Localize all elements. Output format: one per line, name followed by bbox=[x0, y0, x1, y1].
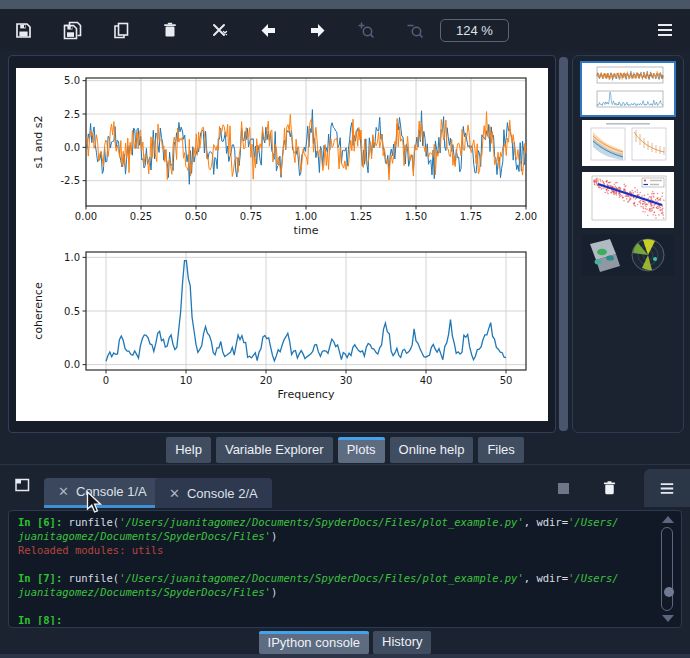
console-menu-panel bbox=[644, 469, 690, 507]
svg-text:20: 20 bbox=[260, 375, 273, 386]
svg-text:s1 and s2: s1 and s2 bbox=[32, 115, 45, 168]
svg-text:0.00: 0.00 bbox=[75, 211, 97, 222]
svg-text:40: 40 bbox=[420, 375, 433, 386]
save-icon bbox=[14, 21, 33, 40]
tab-plots[interactable]: Plots bbox=[338, 437, 385, 463]
svg-text:0.25: 0.25 bbox=[130, 211, 152, 222]
scroll-up-arrow-icon[interactable] bbox=[662, 516, 674, 523]
thumbnail-scatter-model-preview bbox=[582, 172, 674, 228]
tab-files[interactable]: Files bbox=[478, 437, 523, 463]
thumbnail-signals-coherence[interactable] bbox=[582, 63, 674, 115]
zoom-in-button[interactable] bbox=[355, 18, 377, 42]
tab-history[interactable]: History bbox=[373, 631, 431, 654]
console-scrollbar-track[interactable] bbox=[661, 527, 673, 611]
close-all-icon bbox=[210, 21, 229, 40]
signals-coherence-figure: 0.000.250.500.751.001.251.501.752.005.02… bbox=[16, 68, 548, 421]
thumbnail-3d-polar[interactable] bbox=[582, 234, 674, 276]
plots-options-menu-button[interactable] bbox=[654, 18, 676, 42]
console-options-menu-button[interactable] bbox=[656, 476, 678, 500]
svg-text:1.0: 1.0 bbox=[64, 252, 80, 263]
svg-text:0.0: 0.0 bbox=[64, 142, 80, 153]
console-scrollbar[interactable] bbox=[659, 514, 677, 624]
spyder-window: 124 % 0.000.250.500.751.001.251.501.752.… bbox=[0, 0, 690, 658]
console-line: In [7]: runfile('/Users/juanitagomez/Doc… bbox=[18, 571, 655, 585]
svg-text:1.25: 1.25 bbox=[350, 211, 372, 222]
plots-toolbar: 124 % bbox=[0, 9, 690, 51]
tab-ipython-console[interactable]: IPython console bbox=[259, 631, 370, 654]
console-bottom-tab-bar: IPython console History bbox=[0, 631, 690, 654]
svg-text:time: time bbox=[294, 224, 319, 237]
thumbnail-scatter-model[interactable] bbox=[582, 172, 674, 228]
console-tab-2[interactable]: ✕ Console 2/A bbox=[155, 478, 272, 508]
thumbnail-3d-polar-preview bbox=[582, 234, 674, 276]
svg-text:1.50: 1.50 bbox=[405, 211, 427, 222]
svg-text:Frequency: Frequency bbox=[278, 388, 335, 401]
zoom-out-button[interactable] bbox=[404, 18, 426, 42]
svg-text:coherence: coherence bbox=[32, 282, 45, 340]
console-line: Reloaded modules: utils bbox=[18, 543, 655, 557]
svg-text:1.75: 1.75 bbox=[460, 211, 482, 222]
save-all-icon bbox=[62, 20, 83, 41]
svg-text:50: 50 bbox=[500, 375, 513, 386]
console-tab-2-label: Console 2/A bbox=[187, 486, 258, 501]
thumbnail-decay-curves-preview bbox=[582, 120, 674, 166]
copy-plot-button[interactable] bbox=[110, 18, 132, 42]
current-figure[interactable]: 0.000.250.500.751.001.251.501.752.005.02… bbox=[16, 68, 548, 421]
plots-scrollbar-thumb[interactable] bbox=[559, 57, 568, 431]
browse-console-tabs-button[interactable] bbox=[12, 475, 33, 495]
save-all-plots-button[interactable] bbox=[61, 18, 83, 42]
remove-all-variables-button[interactable] bbox=[601, 479, 618, 497]
plots-vertical-scrollbar[interactable] bbox=[559, 57, 568, 431]
zoom-level-display: 124 % bbox=[440, 19, 509, 42]
svg-text:10: 10 bbox=[180, 375, 193, 386]
tab-variable-explorer[interactable]: Variable Explorer bbox=[216, 437, 333, 463]
console-line bbox=[18, 599, 655, 613]
tab-help[interactable]: Help bbox=[166, 437, 211, 463]
save-plot-button[interactable] bbox=[12, 18, 34, 42]
hamburger-menu-icon bbox=[659, 482, 675, 495]
svg-text:-2.5: -2.5 bbox=[60, 175, 80, 186]
zoom-out-icon bbox=[405, 20, 425, 40]
svg-text:5.0: 5.0 bbox=[64, 75, 80, 86]
svg-text:0: 0 bbox=[103, 375, 109, 386]
copy-icon bbox=[112, 21, 131, 40]
svg-text:0.50: 0.50 bbox=[185, 211, 207, 222]
svg-text:1.00: 1.00 bbox=[295, 211, 317, 222]
svg-text:2.5: 2.5 bbox=[64, 109, 80, 120]
pane-splitter[interactable] bbox=[0, 464, 690, 465]
console-output[interactable]: In [6]: runfile('/Users/juanitagomez/Doc… bbox=[18, 515, 655, 625]
window-bottom-strip bbox=[0, 654, 690, 658]
remove-plot-button[interactable] bbox=[159, 18, 181, 42]
svg-text:30: 30 bbox=[340, 375, 353, 386]
svg-text:0.0: 0.0 bbox=[64, 359, 80, 370]
console-line: juanitagomez/Documents/SpyderDocs/Files'… bbox=[18, 585, 655, 599]
close-console-1-icon[interactable]: ✕ bbox=[58, 484, 69, 499]
back-arrow-icon bbox=[259, 21, 278, 40]
interrupt-kernel-icon[interactable] bbox=[558, 483, 569, 494]
svg-text:0.75: 0.75 bbox=[240, 211, 262, 222]
thumbnail-decay-curves[interactable] bbox=[582, 120, 674, 166]
plot-thumbnails-panel bbox=[572, 55, 684, 433]
console-scrollbar-thumb[interactable] bbox=[664, 587, 674, 597]
console-tab-1[interactable]: ✕ Console 1/A bbox=[44, 478, 161, 508]
svg-text:2.00: 2.00 bbox=[515, 211, 537, 222]
trash-icon bbox=[161, 21, 179, 39]
plot-main-view: 0.000.250.500.751.001.251.501.752.005.02… bbox=[8, 55, 556, 433]
console-controls bbox=[558, 468, 690, 508]
console-tab-bar: ✕ Console 1/A ✕ Console 2/A bbox=[0, 468, 690, 510]
scroll-down-arrow-icon[interactable] bbox=[662, 615, 674, 622]
trash-icon bbox=[601, 479, 618, 497]
pane-tab-bar: Help Variable Explorer Plots Online help… bbox=[0, 437, 690, 463]
thumbnail-signals-coherence-preview bbox=[582, 63, 674, 115]
window-titlebar-strip bbox=[0, 0, 690, 9]
previous-plot-button[interactable] bbox=[257, 18, 279, 42]
console-line: In [8]: bbox=[18, 613, 655, 625]
console-line: juanitagomez/Documents/SpyderDocs/Files'… bbox=[18, 529, 655, 543]
ipython-console-body[interactable]: In [6]: runfile('/Users/juanitagomez/Doc… bbox=[8, 510, 682, 628]
zoom-level-value: 124 % bbox=[456, 23, 493, 38]
next-plot-button[interactable] bbox=[306, 18, 328, 42]
remove-all-plots-button[interactable] bbox=[208, 18, 230, 42]
forward-arrow-icon bbox=[308, 21, 327, 40]
tab-online-help[interactable]: Online help bbox=[390, 437, 474, 463]
close-console-2-icon[interactable]: ✕ bbox=[169, 486, 180, 501]
